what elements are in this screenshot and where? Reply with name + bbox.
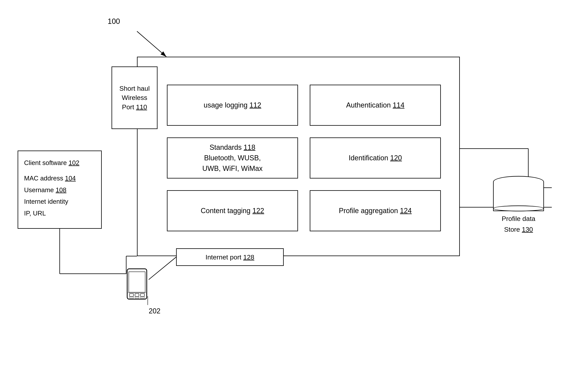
content-tagging-box: Content tagging 122	[167, 190, 298, 231]
profile-store-container: Profile dataStore 130	[485, 176, 552, 235]
authentication-label: Authentication 114	[346, 100, 404, 110]
client-software-line1: Client software 102	[24, 157, 95, 169]
content-tagging-number: 122	[252, 207, 264, 215]
profile-aggregation-number: 124	[400, 207, 412, 215]
usage-logging-label: usage logging 112	[204, 100, 261, 110]
cylinder-shape	[493, 176, 544, 211]
system-label: 100	[108, 17, 120, 26]
internet-port-label: Internet port 128	[205, 253, 254, 261]
profile-store-label: Profile dataStore 130	[502, 213, 535, 235]
standards-label: Standards 118Bluetooth, WUSB,UWB, WiFI, …	[202, 142, 263, 174]
username-line: Username 108	[24, 184, 95, 196]
short-haul-wireless-port-box: Short haulWirelessPort 110	[111, 66, 157, 129]
internet-identity-line: Internet identity	[24, 196, 95, 207]
identification-box: Identification 120	[310, 137, 441, 178]
content-tagging-label: Content tagging 122	[201, 206, 264, 216]
usage-logging-box: usage logging 112	[167, 85, 298, 126]
ip-url-line: IP, URL	[24, 208, 95, 219]
svg-line-1	[137, 31, 166, 57]
inner-boxes-grid: usage logging 112 Authentication 114 Sta…	[167, 85, 441, 231]
device-label-202: 202	[149, 307, 160, 315]
standards-number: 118	[243, 143, 255, 151]
identification-label: Identification 120	[349, 153, 402, 163]
profile-aggregation-box: Profile aggregation 124	[310, 190, 441, 231]
client-software-number: 102	[68, 159, 79, 166]
short-haul-number: 110	[136, 103, 147, 111]
phone-device-icon	[125, 268, 149, 301]
standards-box: Standards 118Bluetooth, WUSB,UWB, WiFI, …	[167, 137, 298, 178]
username-number: 108	[55, 186, 66, 194]
authentication-number: 114	[393, 101, 404, 109]
authentication-box: Authentication 114	[310, 85, 441, 126]
identification-number: 120	[390, 154, 402, 162]
short-haul-label: Short haulWirelessPort 110	[119, 84, 150, 112]
client-software-box: Client software 102 MAC address 104 User…	[18, 151, 102, 229]
profile-aggregation-label: Profile aggregation 124	[339, 206, 412, 216]
mac-address-line: MAC address 104	[24, 173, 95, 184]
svg-rect-17	[129, 272, 145, 292]
usage-logging-number: 112	[249, 101, 261, 109]
svg-line-9	[149, 257, 176, 280]
internet-port-number: 128	[243, 253, 254, 261]
main-system-box: usage logging 112 Authentication 114 Sta…	[137, 57, 460, 256]
internet-port-box: Internet port 128	[176, 248, 284, 266]
profile-store-number: 130	[522, 226, 533, 233]
diagram-container: 100 usage logging 112 Authentication 114…	[0, 0, 578, 392]
mac-address-number: 104	[65, 174, 76, 182]
